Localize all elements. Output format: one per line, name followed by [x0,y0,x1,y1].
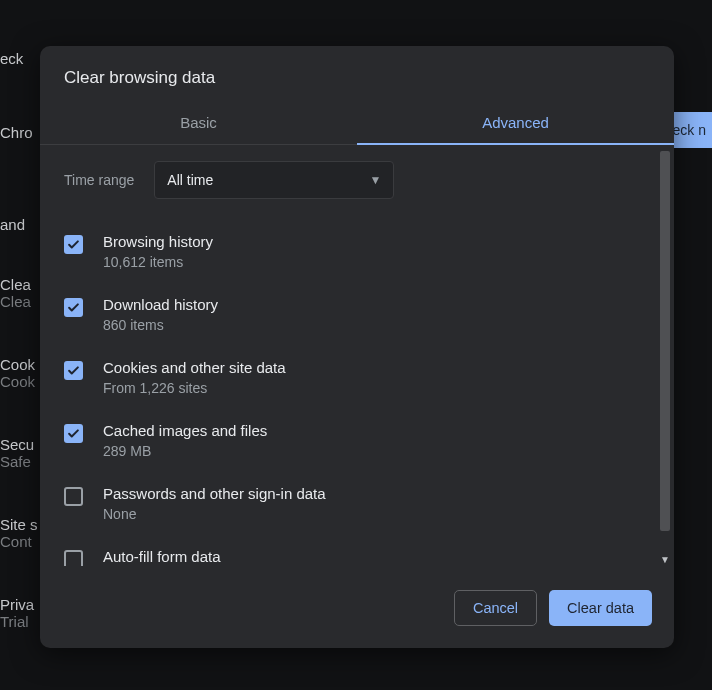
dialog-scroll-area: Time range All time ▼ Browsing history10… [40,145,658,570]
option-subtext: None [103,506,326,522]
scrollbar-thumb[interactable] [660,151,670,531]
cancel-button[interactable]: Cancel [454,590,537,626]
option-subtext: 289 MB [103,443,267,459]
option-subtext: 860 items [103,317,218,333]
option-subtext: From 1,226 sites [103,380,286,396]
time-range-select[interactable]: All time ▼ [154,161,394,199]
option-cache: Cached images and files289 MB [64,414,650,477]
background-text: Site sCont [0,516,38,550]
time-range-label: Time range [64,172,134,188]
checkbox-passwords[interactable] [64,487,83,506]
checkbox-browsing-history[interactable] [64,235,83,254]
clear-browsing-data-dialog: Clear browsing data Basic Advanced Time … [40,46,674,648]
background-text: SecuSafe [0,436,34,470]
tab-basic[interactable]: Basic [40,102,357,144]
checkbox-download-history[interactable] [64,298,83,317]
clear-data-button[interactable]: Clear data [549,590,652,626]
background-text: and [0,216,25,233]
option-title: Passwords and other sign-in data [103,485,326,502]
background-text: Chro [0,124,33,141]
tab-advanced[interactable]: Advanced [357,102,674,144]
option-title: Cached images and files [103,422,267,439]
option-passwords: Passwords and other sign-in dataNone [64,477,650,540]
background-text: CleaClea [0,276,31,310]
scrollbar[interactable]: ▼ [658,149,672,566]
dialog-tabs: Basic Advanced [40,102,674,145]
option-title: Auto-fill form data [103,548,221,565]
background-text: eck [0,50,23,67]
dialog-title: Clear browsing data [40,46,674,102]
option-title: Download history [103,296,218,313]
dialog-body: Time range All time ▼ Browsing history10… [40,145,674,570]
checkbox-cookies[interactable] [64,361,83,380]
option-subtext: 10,612 items [103,254,213,270]
option-autofill: Auto-fill form data [64,540,650,566]
option-download-history: Download history860 items [64,288,650,351]
scrollbar-down-icon[interactable]: ▼ [658,552,672,566]
option-browsing-history: Browsing history10,612 items [64,225,650,288]
checkbox-cache[interactable] [64,424,83,443]
option-cookies: Cookies and other site dataFrom 1,226 si… [64,351,650,414]
option-title: Browsing history [103,233,213,250]
background-text: PrivaTrial [0,596,34,630]
time-range-row: Time range All time ▼ [64,161,650,199]
dialog-footer: Cancel Clear data [40,570,674,648]
background-text: CookCook [0,356,35,390]
checkbox-autofill[interactable] [64,550,83,566]
chevron-down-icon: ▼ [369,173,381,187]
option-title: Cookies and other site data [103,359,286,376]
time-range-value: All time [167,172,213,188]
